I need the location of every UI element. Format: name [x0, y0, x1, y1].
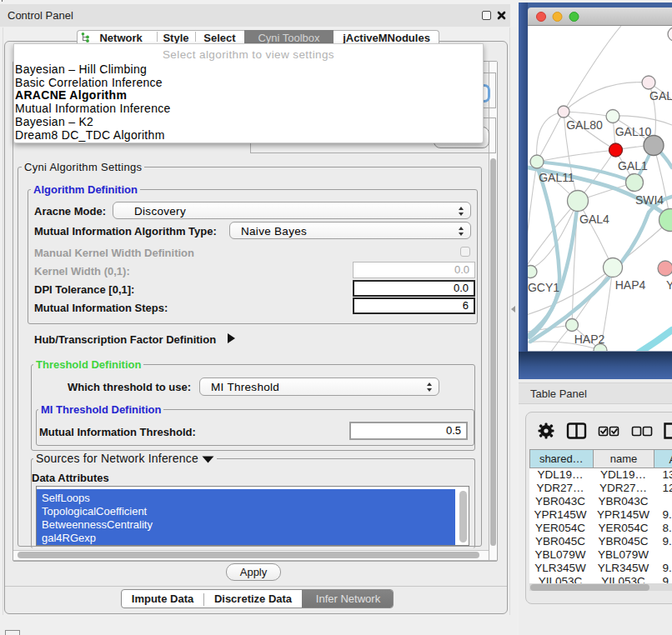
svg-text:GAL11: GAL11	[539, 171, 574, 184]
svg-text:GAL4: GAL4	[579, 212, 609, 226]
svg-text:YE: YE	[666, 278, 672, 292]
svg-text:HAP2: HAP2	[574, 332, 605, 346]
svg-text:SWI4: SWI4	[635, 193, 664, 207]
svg-text:GAL1: GAL1	[618, 159, 648, 172]
svg-text:GAL80: GAL80	[566, 118, 603, 132]
svg-text:GAL7: GAL7	[649, 89, 672, 102]
svg-text:HAP4: HAP4	[615, 278, 646, 292]
svg-text:GCY1: GCY1	[528, 281, 559, 294]
svg-text:GAL10: GAL10	[615, 125, 652, 138]
